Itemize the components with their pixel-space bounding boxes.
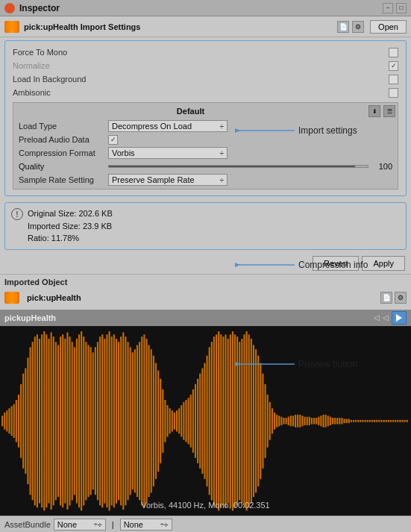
svg-rect-2 [4,412,5,429]
svg-rect-107 [248,334,250,507]
waveform-svg [0,326,411,516]
svg-rect-29 [66,332,68,510]
svg-rect-100 [232,331,233,510]
asset-bundle-select2[interactable]: None ÷ [120,519,172,531]
info-icon: ! [11,208,23,220]
ambisonic-label: Ambisonic [13,88,389,97]
svg-rect-109 [253,345,254,497]
svg-rect-81 [188,398,189,444]
document-icon[interactable]: 📄 [337,21,349,33]
svg-rect-174 [404,419,406,422]
svg-rect-135 [313,418,315,424]
load-type-select[interactable]: Decompress On Load [108,120,228,132]
settings-icon[interactable]: ☰ [383,105,395,117]
svg-rect-172 [399,419,401,422]
compression-row: Compression Format Vorbis [16,146,395,160]
imported-doc-icon[interactable]: 📄 [380,292,392,304]
svg-rect-58 [134,349,136,492]
imported-gear-icon[interactable]: ⚙ [395,292,407,304]
play-triangle-icon [396,314,402,322]
svg-rect-55 [127,342,128,500]
compression-format-select[interactable]: Vorbis [108,147,228,159]
imported-item-name: pick:upHealth [27,293,81,302]
svg-rect-154 [357,419,359,422]
force-mono-checkbox[interactable] [389,48,398,57]
maximize-button[interactable]: □ [396,3,407,13]
svg-rect-14 [32,342,34,500]
normalize-label: Normalize [13,61,389,70]
svg-rect-30 [69,337,71,505]
svg-rect-64 [148,345,150,497]
svg-rect-168 [390,419,392,422]
asset-header: pick:upHealth Import Settings 📄 ⚙ Open [0,16,411,37]
apply-button[interactable]: Apply [362,256,405,271]
svg-rect-97 [225,334,226,507]
normalize-checkbox[interactable] [389,61,398,71]
svg-rect-18 [41,334,43,507]
load-type-value: Decompress On Load [112,122,192,131]
svg-rect-45 [104,338,105,503]
asset-bundle-label: AssetBundle [4,520,51,529]
svg-rect-99 [230,334,231,507]
volume-icon2: ◁ [383,313,389,322]
svg-rect-146 [339,418,340,424]
svg-rect-22 [51,332,52,510]
minimize-button[interactable]: − [383,3,393,13]
svg-rect-91 [211,342,213,500]
svg-rect-133 [309,416,310,425]
svg-rect-51 [118,342,119,500]
svg-rect-35 [81,331,82,510]
preload-checkbox[interactable] [108,135,118,145]
ratio-value: 11.78% [51,234,79,242]
svg-rect-88 [204,363,205,479]
svg-rect-75 [174,412,175,429]
svg-rect-150 [348,419,350,423]
svg-rect-23 [53,337,54,505]
svg-rect-74 [172,410,173,431]
revert-button[interactable]: Revert [313,256,359,271]
svg-rect-73 [169,408,171,434]
svg-rect-121 [280,416,282,425]
svg-rect-44 [101,334,103,507]
svg-rect-113 [262,373,263,468]
preview-title: pickupHealth [4,313,374,322]
platform-label: Default [16,107,365,116]
download-icon[interactable]: ⬇ [368,105,380,117]
ambisonic-checkbox[interactable] [389,88,398,98]
load-bg-checkbox[interactable] [389,75,398,84]
sample-rate-label: Sample Rate Setting [19,175,108,184]
svg-rect-166 [386,419,387,422]
asset-bundle-select[interactable]: None ÷ [54,519,106,531]
svg-rect-85 [197,378,198,463]
svg-rect-160 [371,419,373,422]
svg-rect-155 [360,419,361,422]
open-button[interactable]: Open [370,20,407,34]
svg-rect-10 [22,373,24,468]
svg-rect-37 [85,342,87,500]
ambisonic-row: Ambisonic [10,86,401,99]
play-button[interactable] [392,311,407,325]
svg-rect-24 [55,342,57,500]
svg-rect-50 [116,338,117,503]
svg-rect-164 [380,419,382,422]
title-bar-controls: − □ [383,3,407,13]
svg-rect-5 [11,406,13,436]
platform-row: Default ⬇ ☰ [16,105,395,117]
svg-rect-106 [246,331,248,510]
svg-rect-163 [378,419,380,422]
svg-rect-151 [351,419,352,422]
asset-bundle-bar: AssetBundle None ÷ | None ÷ [0,516,411,532]
svg-rect-162 [376,419,377,422]
gear-icon[interactable]: ⚙ [352,21,364,33]
sample-rate-select[interactable]: Preserve Sample Rate [108,174,228,186]
preview-controls: ◁ ◁ [374,311,407,325]
sample-rate-value: Preserve Sample Rate [112,175,195,184]
svg-rect-68 [157,370,159,472]
svg-rect-138 [320,416,321,426]
svg-rect-128 [297,414,298,427]
svg-rect-108 [251,338,252,503]
title-bar: Inspector − □ [0,0,411,16]
quality-slider[interactable] [108,165,368,168]
svg-rect-42 [97,342,98,500]
svg-rect-92 [213,337,215,505]
